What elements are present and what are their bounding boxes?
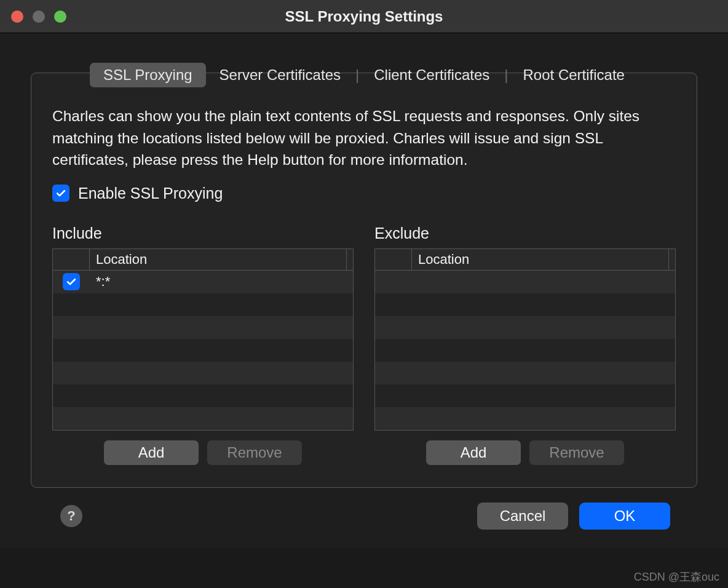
cancel-button[interactable]: Cancel bbox=[477, 503, 568, 530]
exclude-remove-button[interactable]: Remove bbox=[529, 440, 624, 465]
table-row[interactable] bbox=[53, 384, 353, 407]
maximize-icon[interactable] bbox=[54, 10, 66, 23]
table-row[interactable] bbox=[375, 384, 675, 407]
tab-label: SSL Proxying bbox=[103, 66, 192, 84]
tab-label: Root Certificate bbox=[523, 66, 625, 84]
enable-ssl-proxying-checkbox[interactable] bbox=[52, 185, 69, 202]
close-icon[interactable] bbox=[11, 10, 23, 23]
include-header-location[interactable]: Location bbox=[90, 249, 347, 270]
include-row-checkbox[interactable] bbox=[63, 273, 80, 290]
exclude-title: Exclude bbox=[374, 224, 676, 242]
table-row[interactable]: *:* bbox=[53, 271, 353, 293]
tab-label: Client Certificates bbox=[374, 66, 489, 84]
tab-label: Server Certificates bbox=[220, 66, 341, 84]
exclude-header-check bbox=[375, 249, 412, 270]
table-row[interactable] bbox=[375, 407, 675, 430]
include-table[interactable]: Location *:* bbox=[52, 248, 354, 431]
ok-button[interactable]: OK bbox=[579, 503, 670, 530]
table-row[interactable] bbox=[375, 362, 675, 384]
window-title: SSL Proxying Settings bbox=[0, 8, 728, 25]
table-row[interactable] bbox=[53, 316, 353, 339]
exclude-section: Exclude Location bbox=[374, 224, 676, 465]
table-row[interactable] bbox=[375, 339, 675, 362]
watermark: CSDN @王森ouc bbox=[634, 570, 719, 584]
table-row[interactable] bbox=[375, 271, 675, 293]
help-button[interactable]: ? bbox=[60, 505, 82, 527]
panel-description: Charles can show you the plain text cont… bbox=[52, 105, 676, 171]
panel: Charles can show you the plain text cont… bbox=[31, 73, 697, 488]
tab-root-certificate[interactable]: Root Certificate bbox=[510, 63, 638, 87]
include-title: Include bbox=[52, 224, 354, 242]
include-header-check bbox=[53, 249, 90, 270]
include-section: Include Location bbox=[52, 224, 354, 465]
include-remove-button[interactable]: Remove bbox=[207, 440, 302, 465]
tab-ssl-proxying[interactable]: SSL Proxying bbox=[90, 63, 206, 87]
table-row[interactable] bbox=[53, 339, 353, 362]
table-row[interactable] bbox=[375, 293, 675, 316]
minimize-icon bbox=[33, 10, 45, 23]
table-row[interactable] bbox=[53, 362, 353, 384]
exclude-table[interactable]: Location bbox=[374, 248, 676, 431]
enable-ssl-proxying-label: Enable SSL Proxying bbox=[78, 185, 223, 202]
include-row-location: *:* bbox=[90, 274, 353, 290]
table-row[interactable] bbox=[53, 407, 353, 430]
check-icon bbox=[65, 276, 77, 288]
tab-client-certificates[interactable]: Client Certificates bbox=[360, 63, 503, 87]
table-row[interactable] bbox=[53, 293, 353, 316]
titlebar: SSL Proxying Settings bbox=[0, 0, 728, 33]
tab-separator: | bbox=[354, 66, 360, 84]
tab-separator: | bbox=[503, 66, 509, 84]
exclude-add-button[interactable]: Add bbox=[426, 440, 521, 465]
tab-bar: SSL Proxying Server Certificates | Clien… bbox=[31, 63, 697, 87]
include-add-button[interactable]: Add bbox=[104, 440, 199, 465]
table-row[interactable] bbox=[375, 316, 675, 339]
tab-server-certificates[interactable]: Server Certificates bbox=[206, 63, 354, 87]
check-icon bbox=[55, 187, 67, 199]
exclude-header-location[interactable]: Location bbox=[412, 249, 669, 270]
